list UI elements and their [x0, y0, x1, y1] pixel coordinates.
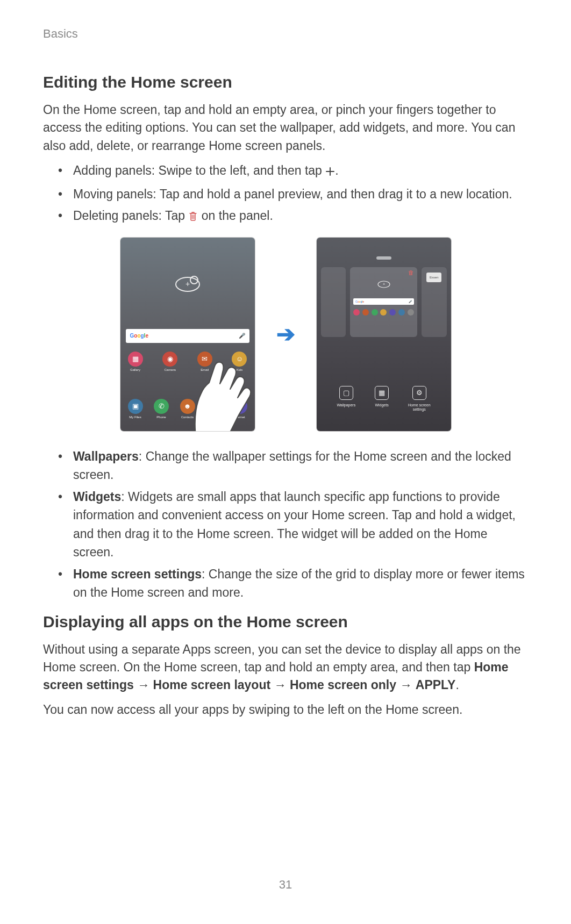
trash-icon [188, 208, 198, 227]
intro-paragraph: On the Home screen, tap and hold an empt… [43, 101, 528, 155]
list-item-deleting: Deleting panels: Tap on the panel. [58, 206, 528, 227]
text: . [455, 678, 459, 692]
mini-app-icon [353, 309, 360, 316]
figure-home-screen-edit: + Google 🎤 ▦Gallery◉Camera✉Email☺Kids ▣M… [43, 238, 528, 431]
text: : Change the wallpaper settings for the … [73, 449, 511, 482]
panel-actions-list: Adding panels: Swipe to the left, and th… [43, 161, 528, 227]
page-number: 31 [0, 878, 571, 892]
list-item-widgets: Widgets: Widgets are small apps that lau… [58, 488, 528, 562]
tablet-before: + Google 🎤 ▦Gallery◉Camera✉Email☺Kids ▣M… [120, 238, 255, 431]
edit-option: ▦Widgets [375, 386, 389, 412]
text: Without using a separate Apps screen, yo… [43, 642, 521, 674]
home-indicator [376, 256, 391, 260]
app-icon: ✉Email [194, 352, 216, 371]
mini-app-icon [408, 309, 414, 316]
app-icon: ✆Phone [151, 399, 172, 419]
app-icon: ▦Gallery [125, 352, 146, 371]
svg-text:+: + [382, 282, 385, 286]
label: Home screen settings [73, 567, 202, 581]
app-icon: ◍Internet [229, 399, 251, 419]
mini-search-bar: Google 🎤 [353, 298, 414, 305]
text: : Widgets are small apps that launch spe… [73, 490, 516, 560]
app-icon: ◉Camera [159, 352, 181, 371]
panel-preview-side: Essen [422, 267, 446, 337]
displaying-all-apps-title: Displaying all apps on the Home screen [43, 613, 528, 631]
mic-icon: 🎤 [239, 333, 245, 339]
section-header: Basics [43, 27, 528, 41]
panel-preview-main: 🗑 + Google 🎤 [350, 267, 417, 337]
edit-option: ▢Wallpapers [337, 386, 355, 412]
plus-icon [325, 163, 335, 182]
text: on the panel. [198, 209, 273, 223]
list-item-adding: Adding panels: Swipe to the left, and th… [58, 161, 528, 182]
list-item-moving: Moving panels: Tap and hold a panel prev… [58, 185, 528, 204]
mini-app-icon [389, 309, 396, 316]
app-icon: ☺Kids [229, 352, 250, 371]
mini-app-icon [372, 309, 378, 316]
list-item-home-settings: Home screen settings: Change the size of… [58, 565, 528, 602]
label: Wallpapers [73, 449, 139, 463]
editing-home-screen-title: Editing the Home screen [43, 73, 528, 91]
edit-options-list: Wallpapers: Change the wallpaper setting… [43, 447, 528, 602]
displaying-paragraph-1: Without using a separate Apps screen, yo… [43, 641, 528, 694]
text: . [335, 163, 338, 177]
app-icon: ✉Messages [203, 399, 224, 419]
label: Widgets [73, 490, 121, 504]
tablet-after: 🗑 + Google 🎤 Essen ▢Wallpapers▦Widgets⚙H… [317, 238, 451, 431]
mini-app-icon [380, 309, 387, 316]
delete-panel-icon: 🗑 [408, 269, 414, 276]
displaying-paragraph-2: You can now access all your apps by swip… [43, 701, 528, 719]
text: Adding panels: Swipe to the left, and th… [73, 163, 325, 177]
text: Deleting panels: Tap [73, 209, 188, 223]
path-apply: APPLY [416, 678, 456, 692]
google-search-bar: Google 🎤 [126, 329, 249, 343]
edit-option: ⚙Home screensettings [408, 386, 431, 412]
path-home-screen-only: Home screen only [290, 678, 396, 692]
path-home-screen-layout: Home screen layout [153, 678, 271, 692]
mini-app-icon [362, 309, 369, 316]
weather-widget: + [120, 273, 255, 294]
panel-preview-side [321, 267, 346, 337]
arrow-right-icon: ➔ [276, 321, 295, 347]
list-item-wallpapers: Wallpapers: Change the wallpaper setting… [58, 447, 528, 484]
app-icon: ▣My Files [125, 399, 146, 419]
mini-app-icon [398, 309, 405, 316]
app-icon: ☻Contacts [177, 399, 198, 419]
svg-text:+: + [185, 280, 189, 288]
